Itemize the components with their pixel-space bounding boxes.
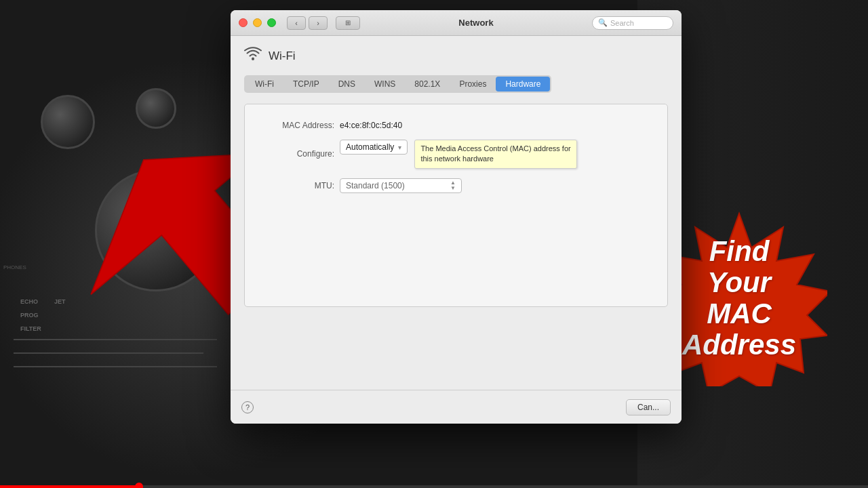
progress-dot bbox=[135, 483, 143, 488]
search-box[interactable]: 🔍 Search bbox=[592, 16, 673, 30]
search-placeholder: Search bbox=[610, 19, 634, 27]
help-button[interactable]: ? bbox=[241, 401, 254, 413]
badge-line3: MAC bbox=[707, 298, 772, 329]
svg-point-1 bbox=[252, 58, 254, 60]
configure-row: Configure: Automatically The Media Acces… bbox=[258, 140, 654, 169]
close-button[interactable] bbox=[239, 18, 248, 27]
badge-line2: Your bbox=[707, 267, 771, 298]
grid-view-button[interactable]: ⊞ bbox=[336, 16, 360, 30]
mtu-down-arrow: ▼ bbox=[450, 186, 456, 191]
configure-wrapper: Automatically The Media Access Control (… bbox=[340, 140, 577, 169]
wifi-title: Wi-Fi bbox=[269, 49, 296, 63]
tab-802x[interactable]: 802.1X bbox=[405, 77, 450, 92]
wifi-icon bbox=[244, 47, 262, 66]
slider-line-2 bbox=[14, 352, 203, 354]
help-icon: ? bbox=[245, 403, 250, 411]
mtu-label: MTU: bbox=[258, 181, 340, 190]
forward-button[interactable]: › bbox=[309, 16, 328, 30]
configure-label: Configure: bbox=[258, 149, 340, 159]
wifi-header: Wi-Fi bbox=[244, 47, 668, 66]
tab-hardware[interactable]: Hardware bbox=[496, 77, 550, 92]
tab-wifi[interactable]: Wi-Fi bbox=[245, 77, 283, 92]
slider-line-3 bbox=[14, 366, 217, 367]
tooltip-box: The Media Access Control (MAC) address f… bbox=[414, 140, 577, 169]
eq-label-prog: PROG bbox=[20, 312, 39, 319]
eq-label-echo: ECHO bbox=[20, 298, 38, 305]
mac-address-value: e4:ce:8f:0c:5d:40 bbox=[340, 121, 402, 130]
knob-3 bbox=[136, 88, 176, 129]
tab-proxies[interactable]: Proxies bbox=[450, 77, 496, 92]
maximize-button[interactable] bbox=[267, 18, 276, 27]
mtu-row: MTU: Standard (1500) ▲ ▼ bbox=[258, 178, 654, 193]
eq-label-jet: JET bbox=[54, 298, 66, 305]
badge-line1: Find bbox=[709, 236, 770, 267]
mtu-dropdown[interactable]: Standard (1500) ▲ ▼ bbox=[340, 178, 462, 193]
minimize-button[interactable] bbox=[253, 18, 262, 27]
bottom-buttons: Can... bbox=[626, 399, 671, 415]
cancel-button[interactable]: Can... bbox=[626, 399, 671, 415]
hardware-content: MAC Address: e4:ce:8f:0c:5d:40 Configure… bbox=[244, 104, 668, 307]
bottom-bar: ? Can... bbox=[231, 390, 682, 424]
progress-fill bbox=[0, 485, 139, 488]
network-window: ‹ › ⊞ Network 🔍 Search Wi-Fi bbox=[231, 10, 682, 424]
mac-address-label: MAC Address: bbox=[258, 121, 340, 130]
configure-dropdown[interactable]: Automatically bbox=[340, 140, 408, 155]
titlebar: ‹ › ⊞ Network 🔍 Search bbox=[231, 10, 682, 36]
badge-line4: Address bbox=[682, 329, 796, 361]
configure-value: Automatically bbox=[346, 142, 394, 152]
tooltip-text: The Media Access Control (MAC) address f… bbox=[420, 144, 570, 163]
window-title: Network bbox=[366, 18, 587, 28]
mtu-stepper[interactable]: ▲ ▼ bbox=[450, 180, 456, 191]
tab-wins[interactable]: WINS bbox=[365, 77, 405, 92]
tab-tcpip[interactable]: TCP/IP bbox=[283, 77, 329, 92]
tab-dns[interactable]: DNS bbox=[329, 77, 365, 92]
mtu-value: Standard (1500) bbox=[346, 181, 405, 190]
search-icon: 🔍 bbox=[598, 18, 608, 27]
eq-label-filter: FILTER bbox=[20, 325, 41, 332]
nav-buttons: ‹ › bbox=[287, 16, 328, 30]
eq-phones-label: PHONES bbox=[3, 264, 26, 270]
slider-line bbox=[14, 339, 217, 340]
video-progress-bar[interactable] bbox=[0, 485, 868, 488]
tab-bar: Wi-Fi TCP/IP DNS WINS 802.1X Proxies Har… bbox=[244, 75, 551, 93]
mac-address-row: MAC Address: e4:ce:8f:0c:5d:40 bbox=[258, 121, 654, 130]
back-button[interactable]: ‹ bbox=[287, 16, 306, 30]
window-body: Wi-Fi Wi-Fi TCP/IP DNS WINS 802.1X Proxi… bbox=[231, 36, 682, 318]
